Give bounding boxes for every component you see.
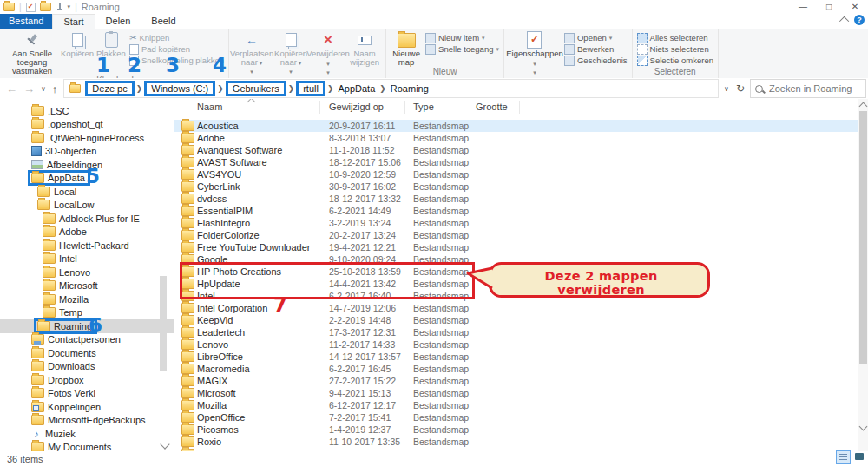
search-input[interactable] bbox=[767, 82, 861, 95]
sidebar-item[interactable]: LocalLow bbox=[0, 199, 174, 213]
breadcrumb-item[interactable]: Deze pc ❯ bbox=[84, 81, 143, 96]
sidebar-item[interactable]: Fotos Verkl bbox=[0, 387, 174, 401]
back-icon[interactable]: ← bbox=[6, 82, 17, 95]
quick-access-icon bbox=[425, 44, 436, 55]
thumbnail-view-button[interactable] bbox=[852, 450, 865, 463]
tab-delen[interactable]: Delen bbox=[95, 14, 141, 29]
open-button[interactable]: Openen bbox=[564, 32, 628, 43]
maximize-button[interactable]: □ bbox=[816, 0, 842, 13]
help-icon[interactable]: ? bbox=[854, 15, 865, 25]
sidebar-item[interactable]: Downloads bbox=[0, 360, 174, 374]
sidebar-item[interactable]: 3D-objecten bbox=[0, 145, 174, 159]
sidebar-item[interactable]: Adobe bbox=[0, 226, 174, 240]
sidebar-item[interactable]: Microsoft bbox=[0, 279, 174, 293]
file-row[interactable]: Mozilla 6-12-2017 12:17 Bestandsmap bbox=[174, 399, 858, 411]
properties-button[interactable]: ✓ Eigenschappen bbox=[507, 29, 562, 77]
up-icon[interactable]: ↑ bbox=[52, 82, 58, 95]
sidebar-item[interactable]: My Documents bbox=[0, 441, 174, 452]
delete-button[interactable]: × Verwijderen bbox=[310, 29, 346, 77]
new-item-button[interactable]: Nieuw item bbox=[425, 32, 499, 43]
breadcrumb-item[interactable]: Roaming ❯ bbox=[387, 82, 432, 95]
file-row[interactable]: FlashIntegro 3-2-2019 13:24 Bestandsmap bbox=[174, 217, 858, 229]
sidebar-item[interactable]: Koppelingen bbox=[0, 400, 174, 414]
sidebar-item[interactable]: Lenovo bbox=[0, 266, 174, 279]
file-row[interactable]: CyberLink 30-9-2017 16:02 Bestandsmap bbox=[174, 180, 858, 193]
file-row[interactable]: Acoustica 20-9-2017 16:11 Bestandsmap bbox=[174, 120, 858, 132]
breadcrumb-item[interactable]: AppData ❯ bbox=[334, 82, 386, 95]
qat-customize-caret-icon[interactable]: ▾ bbox=[68, 3, 71, 10]
file-row[interactable]: LibreOffice 14-12-2017 13:57 Bestandsmap bbox=[174, 351, 858, 363]
new-folder-button[interactable]: Nieuwe map bbox=[389, 29, 424, 67]
file-row[interactable]: Macromedia 6-2-2017 16:45 Bestandsmap bbox=[174, 363, 858, 375]
file-row[interactable]: Free YouTube Downloader 19-4-2021 12:21 … bbox=[174, 241, 858, 253]
address-dropdown-icon[interactable]: ∨ bbox=[724, 85, 729, 93]
tab-beeld[interactable]: Beeld bbox=[141, 14, 186, 29]
qat-newfolder-icon[interactable] bbox=[40, 3, 51, 11]
column-header-type[interactable]: Type bbox=[413, 102, 434, 112]
pin-to-quickaccess-button[interactable]: Aan Snelle toegang vastmaken bbox=[4, 29, 60, 75]
sidebar-item[interactable]: .LSC bbox=[0, 104, 174, 118]
refresh-icon[interactable]: ↻ bbox=[736, 82, 745, 95]
sidebar-item[interactable]: Roaming bbox=[0, 319, 174, 333]
file-row[interactable]: dvdcss 18-12-2017 13:32 Bestandsmap bbox=[174, 193, 858, 205]
tab-start[interactable]: Start bbox=[52, 14, 95, 29]
sidebar-item[interactable]: Documents bbox=[0, 346, 174, 360]
file-row[interactable]: Roxio 11-10-2017 13:35 Bestandsmap bbox=[174, 436, 858, 448]
sidebar-item[interactable]: Adblock Plus for IE bbox=[0, 212, 174, 226]
scroll-up-icon[interactable] bbox=[859, 102, 868, 111]
file-row[interactable]: MAGIX 27-2-2017 15:22 Bestandsmap bbox=[174, 375, 858, 387]
sidebar-item[interactable]: Dropbox bbox=[0, 373, 174, 387]
move-to-button[interactable]: ← Verplaatsen naar bbox=[232, 29, 272, 77]
file-row[interactable]: Avanquest Software 11-1-2018 11:52 Besta… bbox=[174, 144, 858, 156]
file-row[interactable]: Picosmos 1-4-2019 12:37 Bestandsmap bbox=[174, 423, 858, 436]
minimize-button[interactable]: — bbox=[790, 0, 816, 13]
history-button[interactable]: Geschiedenis bbox=[564, 55, 628, 66]
select-all-button[interactable]: Alles selecteren bbox=[637, 32, 713, 43]
copy-button[interactable]: Kopiëren bbox=[60, 29, 95, 75]
sidebar-item[interactable]: Hewlett-Packard bbox=[0, 239, 174, 253]
close-button[interactable]: ✕ bbox=[842, 0, 868, 13]
quick-access-button[interactable]: Snelle toegang bbox=[425, 43, 499, 55]
breadcrumb-item[interactable]: Windows (C:) ❯ bbox=[143, 81, 225, 96]
sidebar-scrollbar[interactable] bbox=[160, 99, 167, 451]
sidebar-item[interactable]: .QtWebEngineProcess bbox=[0, 131, 174, 145]
sidebar-item[interactable]: MicrosoftEdgeBackups bbox=[0, 414, 174, 428]
file-row[interactable]: AVS4YOU 10-9-2020 12:59 Bestandsmap bbox=[174, 168, 858, 180]
file-row[interactable]: FolderColorize 20-2-2017 13:24 Bestandsm… bbox=[174, 229, 858, 241]
search-box[interactable] bbox=[750, 79, 866, 98]
breadcrumb-item[interactable]: Gebruikers ❯ bbox=[225, 81, 295, 96]
sidebar-item[interactable]: Intel bbox=[0, 253, 174, 266]
rename-button[interactable]: Naam wijzigen bbox=[346, 29, 383, 77]
file-row[interactable]: Adobe 8-3-2018 13:07 Bestandsmap bbox=[174, 132, 858, 144]
file-row[interactable]: OpenOffice 7-2-2017 15:41 Bestandsmap bbox=[174, 411, 858, 423]
sidebar-item[interactable]: Contactpersonen bbox=[0, 333, 174, 347]
file-row[interactable]: Lenovo 11-2-2017 14:33 Bestandsmap bbox=[174, 338, 858, 351]
file-row[interactable]: EssentialPIM 6-2-2021 14:49 Bestandsmap bbox=[174, 205, 858, 217]
column-header-grootte[interactable]: Grootte bbox=[476, 102, 508, 112]
sidebar-item[interactable]: Mozilla bbox=[0, 292, 174, 306]
qat-properties-icon[interactable]: ✓ bbox=[26, 3, 36, 12]
sidebar-item[interactable]: ♪ Muziek bbox=[0, 427, 174, 441]
sidebar-item[interactable]: .openshot_qt bbox=[0, 118, 174, 132]
sidebar-item[interactable]: Temp bbox=[0, 306, 174, 320]
column-header-naam[interactable]: Naam bbox=[197, 102, 222, 112]
column-header-gewijzigd-op[interactable]: Gewijzigd op bbox=[329, 102, 384, 112]
file-row[interactable]: Leadertech 17-3-2017 12:31 Bestandsmap bbox=[174, 326, 858, 338]
file-row[interactable]: Microsoft 9-4-2021 15:13 Bestandsmap bbox=[174, 387, 858, 399]
recent-locations-icon[interactable]: ∨ bbox=[41, 85, 46, 93]
forward-icon[interactable]: → bbox=[23, 82, 35, 95]
file-row[interactable]: AVAST Software 18-12-2017 15:06 Bestands… bbox=[174, 156, 858, 168]
invert-selection-button[interactable]: Selectie omkeren bbox=[637, 55, 713, 66]
scroll-down-icon[interactable] bbox=[859, 423, 868, 431]
address-bar[interactable]: Deze pc ❯ Windows (C:) ❯ Gebruikers ❯ rt… bbox=[63, 79, 719, 98]
breadcrumb-item[interactable]: rtull ❯ bbox=[295, 81, 334, 96]
select-none-button[interactable]: Niets selecteren bbox=[637, 43, 713, 55]
copy-to-button[interactable]: Kopiëren naar bbox=[272, 29, 310, 77]
tab-bestand[interactable]: Bestand bbox=[0, 14, 52, 29]
cut-button[interactable]: ✂ Knippen bbox=[129, 32, 224, 43]
file-list-scrollbar[interactable] bbox=[858, 99, 868, 451]
edit-button[interactable]: Bewerken bbox=[564, 43, 628, 55]
details-view-button[interactable] bbox=[836, 450, 851, 464]
qat-pin-icon[interactable] bbox=[56, 3, 63, 11]
file-row[interactable]: KeepVid 2-2-2019 14:48 Bestandsmap bbox=[174, 314, 858, 326]
